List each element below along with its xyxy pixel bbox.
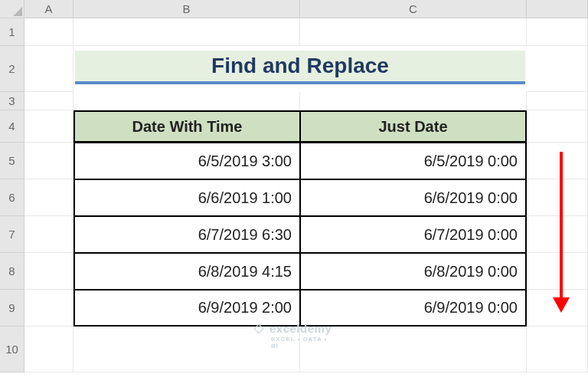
- table-cell[interactable]: 6/8/2019 4:15: [74, 253, 300, 290]
- table-cell[interactable]: 6/5/2019 3:00: [74, 143, 300, 179]
- table-header-date-with-time[interactable]: Date With Time: [74, 110, 300, 143]
- title-banner: Find and Replace: [75, 51, 525, 84]
- cell[interactable]: [24, 290, 74, 327]
- table-cell[interactable]: 6/7/2019 0:00: [300, 216, 527, 253]
- cell[interactable]: [24, 110, 74, 143]
- col-header-c[interactable]: C: [300, 0, 527, 18]
- watermark-tagline: EXCEL • DATA • BI: [271, 336, 332, 350]
- row-header-1[interactable]: 1: [0, 18, 24, 46]
- watermark: exceldemy EXCEL • DATA • BI: [253, 322, 332, 335]
- cell[interactable]: [74, 92, 300, 110]
- col-header-a[interactable]: A: [24, 0, 74, 18]
- spreadsheet-grid: A B C 1 2 3 4 5 6 7 8 9 10 Find and Repl…: [0, 0, 588, 373]
- table-cell[interactable]: 6/9/2019 2:00: [74, 290, 300, 327]
- cell[interactable]: [24, 92, 74, 110]
- cell[interactable]: [74, 18, 300, 46]
- row-header-10[interactable]: 10: [0, 327, 24, 373]
- table-cell[interactable]: 6/9/2019 0:00: [300, 290, 527, 327]
- row-header-2[interactable]: 2: [0, 46, 24, 92]
- row-header-5[interactable]: 5: [0, 143, 24, 179]
- col-header-blank[interactable]: [527, 0, 588, 18]
- cell[interactable]: [24, 327, 74, 373]
- cell[interactable]: [24, 143, 74, 179]
- table-header-just-date[interactable]: Just Date: [300, 110, 527, 143]
- cell[interactable]: [24, 18, 74, 46]
- arrow-line-icon: [560, 152, 563, 297]
- row-header-4[interactable]: 4: [0, 110, 24, 143]
- row-header-6[interactable]: 6: [0, 179, 24, 216]
- cell[interactable]: [300, 18, 527, 46]
- table-cell[interactable]: 6/6/2019 0:00: [300, 179, 527, 216]
- watermark-logo-icon: [253, 323, 265, 335]
- row-header-3[interactable]: 3: [0, 92, 24, 110]
- row-header-8[interactable]: 8: [0, 253, 24, 290]
- cell[interactable]: [24, 216, 74, 253]
- arrow-head-icon: [553, 297, 570, 313]
- table-cell[interactable]: 6/6/2019 1:00: [74, 179, 300, 216]
- cell[interactable]: [527, 110, 588, 143]
- cell[interactable]: [24, 179, 74, 216]
- table-cell[interactable]: 6/5/2019 0:00: [300, 143, 527, 179]
- row-header-7[interactable]: 7: [0, 216, 24, 253]
- cell[interactable]: [300, 327, 527, 373]
- cell[interactable]: [300, 92, 527, 110]
- cell[interactable]: [24, 46, 74, 92]
- watermark-text: exceldemy: [270, 322, 332, 335]
- col-header-b[interactable]: B: [74, 0, 300, 18]
- row-header-9[interactable]: 9: [0, 290, 24, 327]
- select-all-corner[interactable]: [0, 0, 24, 18]
- cell[interactable]: [527, 327, 588, 373]
- annotation-arrow-down: [553, 152, 570, 313]
- cell[interactable]: [527, 46, 588, 92]
- cell[interactable]: [527, 92, 588, 110]
- table-cell[interactable]: 6/7/2019 6:30: [74, 216, 300, 253]
- table-cell[interactable]: 6/8/2019 0:00: [300, 253, 527, 290]
- cell[interactable]: [24, 253, 74, 290]
- cell[interactable]: [527, 18, 588, 46]
